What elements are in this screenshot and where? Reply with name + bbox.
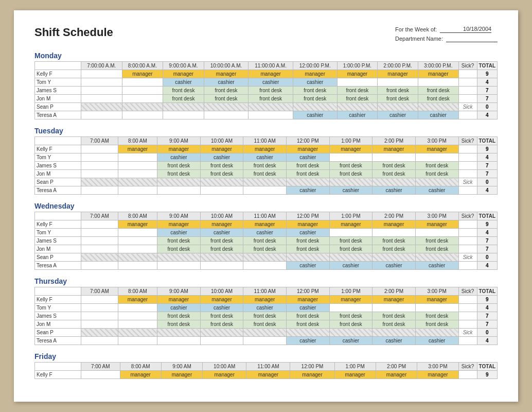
table-row: Tom Ycashiercashiercashiercashier4 bbox=[35, 229, 498, 237]
sick-cell bbox=[458, 320, 477, 329]
sick-cell bbox=[458, 229, 477, 237]
shift-cell: manager bbox=[418, 70, 458, 78]
shift-cell bbox=[81, 95, 122, 103]
shift-cell: cashier bbox=[373, 337, 416, 345]
shift-cell: front desk bbox=[157, 162, 201, 170]
table-row: James Sfront deskfront deskfront deskfro… bbox=[35, 312, 498, 320]
shift-cell bbox=[122, 87, 163, 95]
sick-cell bbox=[458, 220, 477, 229]
total-cell: 9 bbox=[477, 145, 497, 153]
col-header-time: TOTAL bbox=[477, 212, 497, 220]
total-cell: 7 bbox=[477, 312, 497, 320]
col-header-time: Sick? bbox=[458, 363, 477, 371]
table-row: Jon Mfront deskfront deskfront deskfront… bbox=[35, 170, 498, 178]
shift-cell: front desk bbox=[157, 245, 201, 253]
shift-cell: front desk bbox=[329, 162, 373, 170]
schedule-table-tuesday: 7:00 AM8:00 AM9:00 AM10:00 AM11:00 AM12:… bbox=[34, 136, 498, 195]
shift-cell bbox=[122, 95, 163, 103]
col-header-time: 2:00 PM bbox=[373, 137, 416, 145]
col-header-time: 1:00 PM bbox=[329, 212, 373, 220]
shift-cell bbox=[81, 245, 118, 253]
shift-cell bbox=[418, 103, 458, 111]
shift-cell: cashier bbox=[293, 78, 337, 87]
shift-cell: cashier bbox=[286, 337, 329, 345]
dept-value bbox=[446, 35, 498, 42]
total-cell: 4 bbox=[477, 262, 497, 270]
sick-cell bbox=[458, 304, 477, 312]
shift-cell bbox=[415, 329, 458, 337]
shift-cell bbox=[286, 329, 329, 337]
table-row: Teresa Acashiercashiercashiercashier4 bbox=[35, 337, 498, 345]
day-section-tuesday: Tuesday7:00 AM8:00 AM9:00 AM10:00 AM11:0… bbox=[34, 127, 498, 195]
col-header-time: 11:00 AM bbox=[243, 212, 287, 220]
day-title-tuesday: Tuesday bbox=[34, 127, 498, 135]
header-right: For the Week of: 10/18/2004 Department N… bbox=[395, 26, 498, 42]
shift-cell: front desk bbox=[373, 320, 416, 329]
shift-cell bbox=[249, 103, 293, 111]
total-cell: 4 bbox=[477, 186, 497, 195]
shift-cell: front desk bbox=[200, 320, 243, 329]
shift-cell: cashier bbox=[243, 304, 287, 312]
total-cell: 9 bbox=[477, 296, 497, 304]
shift-cell bbox=[163, 103, 204, 111]
total-cell: 9 bbox=[477, 70, 497, 78]
sick-cell bbox=[458, 245, 477, 253]
shift-cell bbox=[81, 296, 118, 304]
shift-cell bbox=[378, 103, 418, 111]
shift-cell: manager bbox=[243, 220, 287, 229]
shift-cell: cashier bbox=[200, 229, 243, 237]
day-title-wednesday: Wednesday bbox=[34, 202, 498, 210]
shift-cell bbox=[243, 337, 287, 345]
shift-cell bbox=[118, 262, 157, 270]
total-cell: 4 bbox=[477, 111, 497, 119]
shift-cell bbox=[329, 229, 373, 237]
col-header-time: 1:00 PM bbox=[334, 363, 376, 371]
shift-cell bbox=[118, 253, 157, 262]
shift-cell bbox=[373, 229, 416, 237]
day-section-friday: Friday7:00 AM8:00 AM9:00 AM10:00 AM11:00… bbox=[34, 352, 498, 379]
schedule-container: Monday7:00:00 A.M.8:00:00 A.M.9:00:00 A.… bbox=[34, 52, 498, 379]
shift-cell: manager bbox=[204, 70, 249, 78]
col-header-time: TOTAL bbox=[477, 137, 497, 145]
table-row: Jon Mfront deskfront deskfront deskfront… bbox=[35, 95, 498, 103]
sick-cell: Sick bbox=[458, 178, 477, 186]
shift-cell: cashier bbox=[337, 111, 378, 119]
col-header-time: Sick? bbox=[458, 137, 477, 145]
shift-cell: front desk bbox=[286, 245, 329, 253]
shift-cell bbox=[81, 220, 118, 229]
table-row: James Sfront deskfront deskfront deskfro… bbox=[35, 237, 498, 245]
shift-cell: front desk bbox=[329, 170, 373, 178]
sick-cell bbox=[458, 153, 477, 162]
shift-cell: front desk bbox=[157, 320, 201, 329]
shift-cell bbox=[200, 337, 243, 345]
shift-cell: front desk bbox=[337, 87, 378, 95]
sick-cell bbox=[458, 87, 477, 95]
col-header-time: 3:00 PM bbox=[415, 212, 458, 220]
shift-cell bbox=[81, 87, 122, 95]
shift-cell: manager bbox=[200, 220, 243, 229]
shift-cell bbox=[157, 253, 201, 262]
day-section-wednesday: Wednesday7:00 AM8:00 AM9:00 AM10:00 AM11… bbox=[34, 202, 498, 270]
col-header-time: 11:00:00 A.M. bbox=[249, 62, 293, 70]
shift-cell: cashier bbox=[157, 304, 201, 312]
sick-cell bbox=[458, 312, 477, 320]
shift-cell bbox=[329, 153, 373, 162]
total-cell: 7 bbox=[477, 162, 497, 170]
shift-cell: cashier bbox=[157, 229, 201, 237]
sick-cell bbox=[458, 70, 477, 78]
shift-cell bbox=[81, 337, 118, 345]
shift-cell: manager bbox=[118, 145, 157, 153]
shift-cell bbox=[81, 253, 118, 262]
col-header-time: 2:00 PM bbox=[376, 363, 417, 371]
shift-cell bbox=[118, 320, 157, 329]
page-header: Shift Schedule For the Week of: 10/18/20… bbox=[34, 26, 498, 42]
sick-cell bbox=[458, 170, 477, 178]
col-header-time: TOTAL bbox=[477, 363, 497, 371]
sick-cell bbox=[458, 78, 477, 87]
shift-cell bbox=[122, 103, 163, 111]
employee-name: Teresa A bbox=[35, 111, 81, 119]
sick-cell bbox=[458, 296, 477, 304]
shift-cell bbox=[81, 170, 118, 178]
shift-cell: front desk bbox=[293, 87, 337, 95]
shift-cell: cashier bbox=[329, 262, 373, 270]
